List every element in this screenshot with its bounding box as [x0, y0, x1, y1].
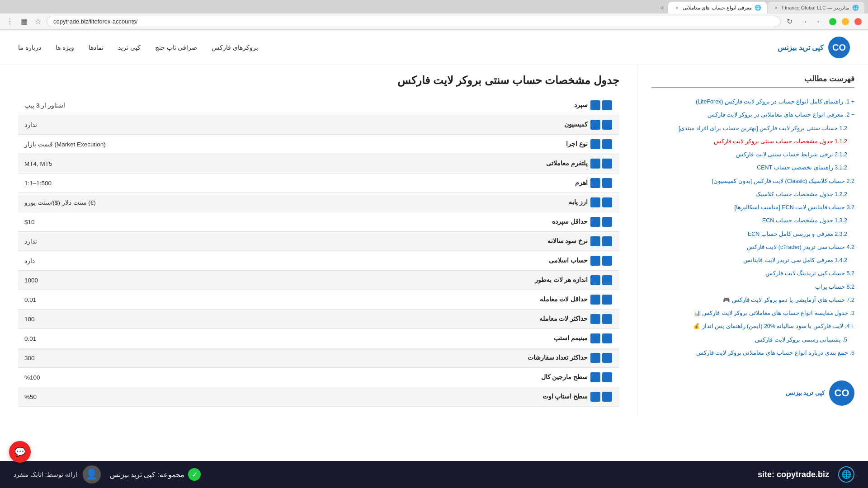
sidebar-item-s1-1-2[interactable]: 1.1.2 جدول مشخصات حساب سنتی بروکر لایت ف…	[651, 135, 854, 148]
nav-link-copy[interactable]: کپی ترید	[118, 44, 141, 51]
bookmark-icon[interactable]: ☆	[33, 16, 43, 27]
address-bar[interactable]: copytrade.biz/liteforex-accounts/	[47, 16, 781, 27]
sidebar-link-s4[interactable]: + 4. لایت فارکس با سود سالیانه %20 (ایمن…	[693, 323, 854, 329]
nav-link-darbare[interactable]: درباره ما	[18, 44, 41, 51]
sidebar-item-s2[interactable]: − 2. معرفی انواع حساب های معاملاتی در بر…	[651, 108, 854, 122]
sidebar-item-s6[interactable]: 6. جمع بندی درباره انواع حساب های معاملا…	[651, 347, 854, 360]
nav-link-sarafi[interactable]: صرافی تاپ چنج	[155, 44, 198, 51]
sidebar-link-s1[interactable]: + 1. راهنمای کامل انواع حساب در بروکر لا…	[696, 99, 854, 105]
sidebar-item-s5-2[interactable]: 5.2 حساب کپی تریدینگ لایت فارکس	[651, 267, 854, 280]
article-area: جدول مشخصات حساب سنتی بروکر لایت فارکس س…	[0, 65, 637, 416]
nav-item-brokers[interactable]: بروکرهای فارکس	[212, 44, 258, 51]
sidebar-item-s4[interactable]: + 4. لایت فارکس با سود سالیانه %20 (ایمن…	[651, 320, 854, 333]
sidebar-item-s1-4-2[interactable]: 1.4.2 معرفی کامل سی تریدر لایت فاینانس	[651, 254, 854, 267]
nav-link-vizhegi[interactable]: ویژه ها	[56, 44, 74, 51]
table-cell-value: اشناور از 3 پیپ	[18, 96, 312, 115]
sidebar-item-s1[interactable]: + 1. راهنمای کامل انواع حساب در بروکر لا…	[651, 95, 854, 108]
nav-back-button[interactable]: ←	[814, 17, 826, 27]
new-tab-button[interactable]: +	[656, 3, 667, 14]
table-cell-value: $10	[18, 212, 312, 232]
table-row: اهرم1:1–1:500	[18, 174, 619, 193]
table-col-icon-1	[602, 236, 612, 246]
table-col-icon-2	[590, 100, 600, 110]
tab-close-1[interactable]: ×	[773, 5, 779, 11]
sidebar-item-s2-1-2[interactable]: 2.1.2 برخی شرایط حساب سنتی لایت فارکس	[651, 148, 854, 161]
table-cell-label: حداکثر لات معامله	[312, 310, 619, 329]
sidebar-logo-area: CO کپی ترید بیزنس	[651, 373, 854, 406]
logo-area: CO کپی ترید بیزنس	[778, 37, 850, 58]
sidebar-link-s7-2[interactable]: 7.2 حساب های آزمایشی یا دمو بروکر لایت ف…	[723, 297, 854, 303]
sidebar-link-s1-4-2[interactable]: 1.4.2 معرفی کامل سی تریدر لایت فاینانس	[743, 257, 847, 263]
sidebar-item-s6-2[interactable]: 6.2 حساب پراپ	[651, 281, 854, 294]
sidebar-link-s4-2[interactable]: 4.2 حساب سی تریدر (cTrader) لایت فارکس	[747, 244, 854, 250]
sidebar-link-s1-1-2[interactable]: 1.1.2 جدول مشخصات حساب سنتی بروکر لایت ف…	[714, 138, 847, 145]
sidebar-link-s1-3-2[interactable]: 1.3.2 جدول مشخصات حساب ECN	[762, 217, 847, 224]
nav-item-namads[interactable]: نمادها	[89, 44, 104, 51]
sidebar-item-s1-3-2[interactable]: 1.3.2 جدول مشخصات حساب ECN	[651, 214, 854, 227]
sidebar-link-s1-2[interactable]: 1.2 حساب سنتی بروکر لایت فارکس [بهترین ح…	[679, 125, 847, 131]
table-cell-label: نوع اجرا	[312, 135, 619, 154]
sidebar-item-s1-2-2[interactable]: 1.2.2 جدول مشخصات حساب کلاسیک	[651, 188, 854, 201]
win-min-btn[interactable]	[842, 18, 849, 25]
table-row: سطح مارجین کال%100	[18, 368, 619, 387]
table-col-icon-1	[602, 178, 612, 188]
table-cell-value: ندارد	[18, 232, 312, 251]
sidebar-link-s5[interactable]: 5. پشتیبانی رسمی بروکر لایت فارکس	[755, 337, 847, 343]
table-row: حداکثر لات معامله100	[18, 310, 619, 329]
table-row: پلتفرم معاملاتیMT4, MT5	[18, 154, 619, 174]
sidebar-item-s1-2[interactable]: 1.2 حساب سنتی بروکر لایت فارکس [بهترین ح…	[651, 122, 854, 135]
main-content: فهرست مطالب + 1. راهنمای کامل انواع حساب…	[0, 65, 868, 416]
table-cell-value: قیمت بازار (Market Execution)	[18, 135, 312, 154]
sidebar-item-s4-2[interactable]: 4.2 حساب سی تریدر (cTrader) لایت فارکس	[651, 241, 854, 254]
table-cell-value: 0.01	[18, 290, 312, 310]
sidebar-item-s7-2[interactable]: 7.2 حساب های آزمایشی یا دمو بروکر لایت ف…	[651, 294, 854, 307]
sidebar-item-s3[interactable]: 3. جدول مقایسه انواع حساب های معاملاتی ب…	[651, 307, 854, 320]
nav-forward-button[interactable]: →	[798, 17, 810, 27]
extensions-icon[interactable]: ▦	[19, 16, 29, 27]
table-cell-value: 300	[18, 348, 312, 368]
nav-item-sarafi[interactable]: صرافی تاپ چنج	[155, 44, 198, 51]
nav-item-vizhegi[interactable]: ویژه ها	[56, 44, 74, 51]
table-col-icon-1	[602, 392, 612, 402]
sidebar-item-s3-2[interactable]: 3.2 حساب فاینانس لایت ECN [مناسب اسکالپر…	[651, 201, 854, 214]
sidebar-link-s3-2[interactable]: 3.2 حساب فاینانس لایت ECN [مناسب اسکالپر…	[734, 204, 854, 211]
main-nav: بروکرهای فارکس صرافی تاپ چنج کپی ترید نم…	[18, 44, 258, 51]
table-col-icon-2	[590, 256, 600, 266]
table-row: حساب اسلامیدارد	[18, 251, 619, 271]
sidebar-list: + 1. راهنمای کامل انواع حساب در بروکر لا…	[651, 95, 854, 360]
browser-tab-inactive[interactable]: 🌐 متاتریدر — Finance Global LLC ×	[768, 2, 864, 14]
table-cell-label: سطح مارجین کال	[312, 368, 619, 387]
sidebar-link-s6[interactable]: 6. جمع بندی درباره انواع حساب های معاملا…	[696, 350, 854, 356]
table-col-icon-1	[602, 139, 612, 149]
browser-tab-bar: 🌐 متاتریدر — Finance Global LLC × 🌐 معرف…	[0, 0, 868, 14]
nav-link-brokers[interactable]: بروکرهای فارکس	[212, 44, 258, 51]
sidebar-link-s2-2[interactable]: 2.2 حساب کلاسیک (Classic) لایت فارکس [بد…	[712, 178, 854, 184]
nav-link-namads[interactable]: نمادها	[89, 44, 104, 51]
sidebar-link-s1-2-2[interactable]: 1.2.2 جدول مشخصات حساب کلاسیک	[755, 191, 847, 197]
sidebar-link-s2-3-2[interactable]: 2.3.2 معرفی و بررسی کامل حساب ECN	[748, 231, 847, 237]
win-close-btn[interactable]	[854, 18, 862, 25]
nav-reload-button[interactable]: ↻	[784, 16, 795, 27]
table-cell-label: ارز پایه	[312, 193, 619, 212]
win-max-btn[interactable]	[829, 18, 836, 25]
nav-item-copy[interactable]: کپی ترید	[118, 44, 141, 51]
table-cell-label: مینیمم استپ	[312, 329, 619, 348]
sidebar-link-s2-1-2[interactable]: 2.1.2 برخی شرایط حساب سنتی لایت فارکس	[736, 151, 847, 158]
sidebar-item-s2-3-2[interactable]: 2.3.2 معرفی و بررسی کامل حساب ECN	[651, 228, 854, 241]
table-cell-label: نرخ سود سالانه	[312, 232, 619, 251]
sidebar-link-s3[interactable]: 3. جدول مقایسه انواع حساب های معاملاتی ب…	[693, 310, 854, 316]
table-col-icon-1	[602, 372, 612, 382]
tab-close-2[interactable]: ×	[674, 5, 680, 11]
menu-icon[interactable]: ⋮	[5, 16, 15, 27]
sidebar-link-s5-2[interactable]: 5.2 حساب کپی تریدینگ لایت فارکس	[765, 270, 854, 277]
sidebar-link-s3-1-2[interactable]: 3.1.2 راهنمای تخصصی حساب CENT	[757, 164, 847, 171]
sidebar-link-s6-2[interactable]: 6.2 حساب پراپ	[815, 284, 854, 290]
sidebar-item-s5[interactable]: 5. پشتیبانی رسمی بروکر لایت فارکس	[651, 333, 854, 347]
sidebar-item-s2-2[interactable]: 2.2 حساب کلاسیک (Classic) لایت فارکس [بد…	[651, 175, 854, 188]
browser-toolbar: ← → ↻ copytrade.biz/liteforex-accounts/ …	[0, 14, 868, 30]
sidebar-link-s2[interactable]: − 2. معرفی انواع حساب های معاملاتی در بر…	[708, 112, 854, 118]
sidebar-item-s3-1-2[interactable]: 3.1.2 راهنمای تخصصی حساب CENT	[651, 161, 854, 174]
nav-item-darbare[interactable]: درباره ما	[18, 44, 41, 51]
browser-tab-active[interactable]: 🌐 معرفی انواع حساب های معاملاتی ×	[668, 2, 766, 14]
table-cell-value: سنت دلار ($)/سنت یورو (€)	[18, 193, 312, 212]
